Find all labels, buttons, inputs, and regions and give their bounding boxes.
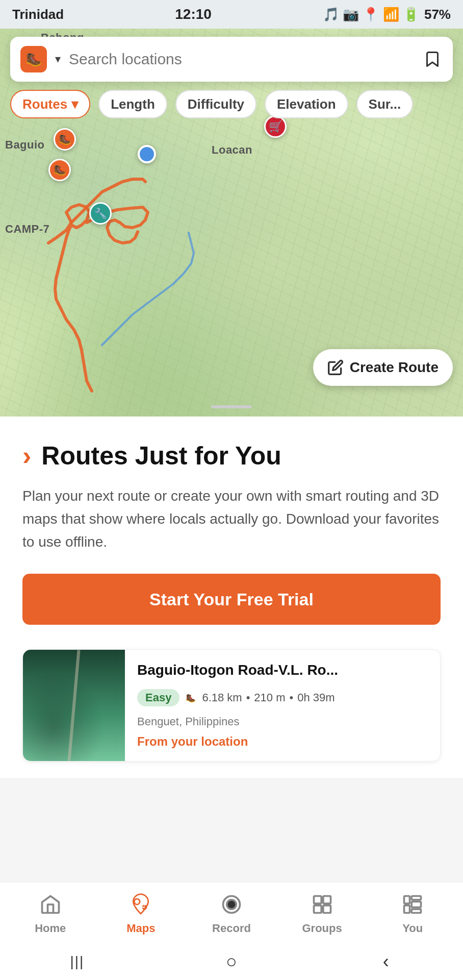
svg-rect-11 (404, 905, 410, 913)
difficulty-badge: Easy (137, 689, 179, 706)
content-section: › Routes Just for You Plan your next rou… (0, 416, 463, 778)
route-card[interactable]: Baguio-Itogon Road-V.L. Ro... Easy 🥾 6.1… (22, 649, 441, 762)
route-duration: 0h 39m (297, 691, 335, 704)
home-sys-icon: ○ (226, 951, 237, 972)
app-logo-icon: 🥾 (25, 52, 42, 67)
section-description: Plan your next route or create your own … (22, 485, 441, 553)
route-marker-teal[interactable]: 🔧 (89, 202, 112, 225)
status-bar: Trinidad 12:10 🎵 📷 📍 📶 🔋 57% (0, 0, 463, 29)
status-icons: 🎵 📷 📍 📶 🔋 (323, 7, 419, 22)
user-location-marker (138, 145, 156, 163)
bookmark-icon[interactable] (422, 49, 443, 69)
map-label-baguio: Baguio (5, 138, 45, 152)
filter-length-label: Length (111, 96, 155, 112)
map-label-camp7: CAMP-7 (5, 223, 49, 236)
svg-rect-9 (411, 896, 421, 899)
filter-routes-chevron: ▾ (71, 96, 78, 112)
route-marker-orange-2[interactable]: 🥾 (48, 159, 71, 181)
filter-routes-label: Routes (22, 96, 67, 112)
route-elevation: 210 m (254, 691, 285, 704)
route-icon: 🥾 (186, 693, 196, 703)
svg-rect-7 (323, 905, 330, 913)
svg-rect-10 (411, 901, 421, 907)
recents-icon: ||| (70, 953, 84, 970)
create-route-label: Create Route (350, 359, 439, 376)
back-icon: ‹ (383, 951, 389, 972)
location-label: Trinidad (12, 7, 64, 22)
nav-home-label: Home (35, 922, 66, 935)
nav-maps[interactable]: Maps (96, 891, 187, 935)
nav-home[interactable]: Home (5, 891, 96, 935)
filter-surface-label: Sur... (369, 96, 401, 112)
svg-rect-6 (314, 905, 321, 913)
route-card-content: Baguio-Itogon Road-V.L. Ro... Easy 🥾 6.1… (125, 650, 440, 761)
drag-handle[interactable] (211, 405, 252, 408)
from-location: From your location (137, 734, 428, 749)
nav-groups-label: Groups (302, 922, 342, 935)
maps-icon (127, 891, 154, 918)
filter-elevation[interactable]: Elevation (265, 90, 348, 118)
nav-maps-label: Maps (126, 922, 155, 935)
map-container[interactable]: Bahong Baguio Loacan CAMP-7 🛒 🥾 🥾 🔧 🥾 ▾ … (0, 29, 463, 416)
nav-you-label: You (402, 922, 423, 935)
svg-point-3 (227, 899, 236, 909)
nav-record[interactable]: Record (186, 891, 277, 935)
route-card-meta: Easy 🥾 6.18 km • 210 m • 0h 39m (137, 689, 428, 706)
nav-back-button[interactable]: ‹ (371, 946, 401, 977)
filter-difficulty[interactable]: Difficulty (175, 90, 256, 118)
svg-rect-12 (411, 909, 421, 913)
you-icon (399, 891, 426, 918)
route-separator-1: • (246, 691, 250, 704)
route-stats: 6.18 km • 210 m • 0h 39m (202, 691, 335, 704)
route-marker-red[interactable]: 🛒 (264, 115, 287, 138)
nav-record-label: Record (212, 922, 251, 935)
filter-difficulty-label: Difficulty (188, 96, 244, 112)
groups-icon (309, 891, 336, 918)
nav-you[interactable]: You (367, 891, 458, 935)
cta-button[interactable]: Start Your Free Trial (22, 574, 441, 625)
bottom-nav: Home Maps Record (0, 882, 463, 943)
section-title: Routes Just for You (41, 441, 281, 471)
filter-surface[interactable]: Sur... (356, 90, 414, 118)
create-route-button[interactable]: Create Route (313, 349, 453, 386)
status-time: 12:10 (175, 6, 212, 22)
nav-home-button[interactable]: ○ (216, 946, 247, 977)
logo-dropdown-chevron[interactable]: ▾ (55, 53, 61, 66)
svg-rect-5 (323, 896, 330, 903)
route-distance: 6.18 km (202, 691, 242, 704)
route-location: Benguet, Philippines (137, 715, 428, 728)
filter-bar: Routes ▾ Length Difficulty Elevation Sur… (10, 90, 463, 118)
search-bar[interactable]: 🥾 ▾ (10, 37, 453, 82)
record-icon (218, 891, 245, 918)
filter-length[interactable]: Length (98, 90, 167, 118)
route-card-title: Baguio-Itogon Road-V.L. Ro... (137, 662, 428, 678)
svg-rect-4 (314, 896, 321, 903)
search-input[interactable] (69, 51, 414, 68)
status-right: 🎵 📷 📍 📶 🔋 57% (323, 7, 451, 22)
svg-rect-8 (404, 896, 410, 903)
cta-label: Start Your Free Trial (149, 590, 314, 609)
route-card-image (23, 650, 125, 761)
section-header: › Routes Just for You (22, 441, 441, 471)
svg-point-0 (135, 899, 140, 904)
battery-label: 57% (424, 7, 451, 22)
filter-elevation-label: Elevation (277, 96, 336, 112)
filter-routes[interactable]: Routes ▾ (10, 90, 90, 118)
status-left: Trinidad (12, 7, 64, 22)
map-label-loacan: Loacan (212, 143, 252, 157)
home-icon (37, 891, 64, 918)
app-logo[interactable]: 🥾 (20, 46, 47, 72)
pencil-icon (327, 359, 344, 376)
route-separator-2: • (290, 691, 294, 704)
bottom-spacer (0, 778, 463, 880)
nav-groups[interactable]: Groups (277, 891, 368, 935)
nav-recents-button[interactable]: ||| (62, 946, 92, 977)
system-nav: ||| ○ ‹ (0, 943, 463, 980)
section-chevron-icon: › (22, 443, 31, 469)
route-marker-orange-1[interactable]: 🥾 (54, 128, 76, 151)
